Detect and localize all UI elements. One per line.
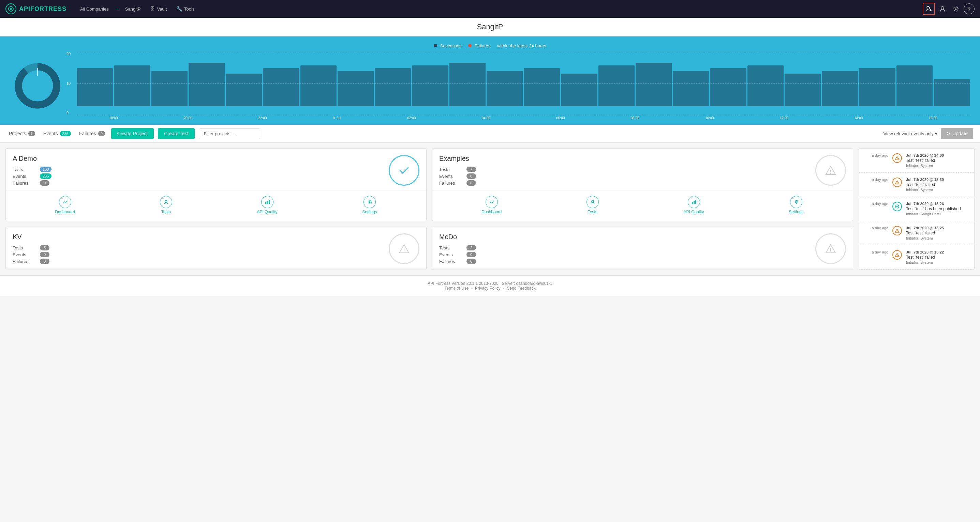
footer-version: API Fortress Version 20.1.1 2013-2020 | … <box>5 281 975 286</box>
toolbar: Projects 7 Events 285 Failures 0 Create … <box>0 125 980 143</box>
nav-all-companies[interactable]: All Companies <box>76 5 113 14</box>
stat-label: Tests <box>439 245 466 251</box>
stat-row: Tests 7 <box>439 167 476 172</box>
stat-row: Failures 0 <box>13 180 51 186</box>
project-card-kv-top: KV Tests 5 Events 0 Failures 0 <box>6 227 426 268</box>
svg-point-5 <box>941 6 944 9</box>
project-examples-stats: Tests 7 Events 0 Failures 0 <box>439 167 476 186</box>
event-info: Jul, 7th 2020 @ 13:25 Test "test" failed… <box>906 226 969 240</box>
stat-value: 0 <box>40 252 49 257</box>
stat-row: Tests 2 <box>439 245 476 251</box>
svg-point-21 <box>795 202 797 203</box>
ademo-dashboard-button[interactable]: Dashboard <box>55 196 75 214</box>
tab-events-label: Events <box>43 131 58 136</box>
footer: API Fortress Version 20.1.1 2013-2020 | … <box>0 275 980 296</box>
y-label-20: 20 <box>67 52 71 56</box>
tab-projects[interactable]: Projects 7 <box>7 130 37 138</box>
bar-22 <box>859 68 895 106</box>
tests-label: Tests <box>161 209 171 214</box>
project-kv-title: KV <box>13 233 49 241</box>
examples-settings-button[interactable]: Settings <box>789 196 803 214</box>
nav-sangit[interactable]: SangitP <box>121 5 145 14</box>
bar-4 <box>189 63 225 106</box>
help-button[interactable]: ? <box>964 3 975 14</box>
user-button[interactable] <box>936 3 949 15</box>
svg-point-2 <box>927 6 929 9</box>
ademo-tests-button[interactable]: Tests <box>160 196 172 214</box>
legend-successes: Successes <box>434 43 462 48</box>
event-desc: Test "test" failed <box>906 231 969 235</box>
event-info: Jul, 7th 2020 @ 13:22 Test "test" failed… <box>906 250 969 264</box>
tab-failures[interactable]: Failures 0 <box>77 130 107 138</box>
donut-svg <box>14 62 61 110</box>
feedback-link[interactable]: Send Feedback <box>507 286 535 290</box>
bar-23 <box>896 65 932 106</box>
stat-row: Failures 0 <box>439 180 476 186</box>
tab-projects-count: 7 <box>28 131 35 136</box>
stat-row: Failures 0 <box>13 259 49 264</box>
examples-dashboard-button[interactable]: Dashboard <box>482 196 501 214</box>
sangit-label: SangitP <box>125 6 141 11</box>
y-label-10: 10 <box>67 81 71 86</box>
stat-label: Failures <box>13 259 40 264</box>
svg-rect-19 <box>694 201 695 204</box>
event-desc: Test "test" failed <box>906 158 969 163</box>
dashboard-icon <box>59 196 71 208</box>
donut-chart <box>10 52 65 120</box>
update-icon: ↻ <box>946 131 950 136</box>
nav-tools[interactable]: 🔧 Tools <box>172 4 199 14</box>
examples-tests-button[interactable]: Tests <box>587 196 599 214</box>
event-desc: Test "test" failed <box>906 182 969 187</box>
stat-label: Failures <box>439 181 466 186</box>
update-button[interactable]: ↻ Update <box>941 128 973 139</box>
event-date: Jul, 7th 2020 @ 13:25 <box>906 226 969 230</box>
dashboard-icon <box>485 196 498 208</box>
bar-7 <box>301 65 337 106</box>
x-label-2: 22:00 <box>226 116 299 120</box>
event-time: a day ago <box>864 178 888 182</box>
event-initiator: Initiator: Sangit Patel <box>906 212 969 216</box>
bar-8 <box>337 71 374 106</box>
event-item-3: a day ago Jul, 7th 2020 @ 13:26 Test "te… <box>859 197 974 221</box>
event-item-5: a day ago Jul, 7th 2020 @ 13:22 Test "te… <box>859 245 974 270</box>
event-initiator: Initiator: System <box>906 163 969 168</box>
event-success-icon <box>892 202 902 211</box>
event-warning-icon <box>892 178 902 187</box>
project-ademo-info: A Demo Tests 100 Events 285 Failures 0 <box>13 155 51 186</box>
chart-container: 20 10 0 <box>10 52 970 120</box>
settings-button[interactable] <box>950 3 962 15</box>
svg-point-34 <box>897 256 897 256</box>
tests-label: Tests <box>588 209 597 214</box>
ademo-settings-button[interactable]: Settings <box>362 196 377 214</box>
create-test-button[interactable]: Create Test <box>158 128 194 139</box>
bar-14 <box>561 74 597 106</box>
tab-events[interactable]: Events 285 <box>41 130 73 138</box>
x-label-9: 12:00 <box>748 116 821 120</box>
examples-apiquality-button[interactable]: API Quality <box>684 196 704 214</box>
event-item-1: a day ago Jul, 7th 2020 @ 14:00 Test "te… <box>859 149 974 173</box>
tools-label: Tools <box>184 6 194 11</box>
add-user-button[interactable] <box>923 3 935 15</box>
stat-row: Events 0 <box>439 252 476 257</box>
stat-label: Events <box>439 174 466 179</box>
navbar-nav: All Companies → SangitP 🗄 Vault 🔧 Tools <box>76 4 919 14</box>
event-info: Jul, 7th 2020 @ 13:30 Test "test" failed… <box>906 178 969 192</box>
bar-16 <box>636 63 672 106</box>
logo[interactable]: APIFORTRESS <box>5 3 67 14</box>
project-card-mcdo-top: McDo Tests 2 Events 0 Failures 0 <box>433 227 853 268</box>
event-date: Jul, 7th 2020 @ 14:00 <box>906 153 969 157</box>
nav-vault[interactable]: 🗄 Vault <box>146 4 171 14</box>
project-mcdo-title: McDo <box>439 233 476 241</box>
view-relevant-button[interactable]: View relevant events only ▾ <box>883 131 937 136</box>
bar-chart: 20 10 0 <box>65 52 970 120</box>
navbar: APIFORTRESS All Companies → SangitP 🗄 Va… <box>0 0 980 18</box>
bar-3 <box>151 71 188 106</box>
create-project-button[interactable]: Create Project <box>111 128 154 139</box>
project-card-examples: Examples Tests 7 Events 0 Failures 0 <box>432 148 853 221</box>
ademo-apiquality-button[interactable]: API Quality <box>257 196 278 214</box>
privacy-link[interactable]: Privacy Policy <box>475 286 501 290</box>
success-dot <box>434 44 437 48</box>
terms-link[interactable]: Terms of Use <box>445 286 469 290</box>
toolbar-right: View relevant events only ▾ ↻ Update <box>883 128 973 139</box>
filter-projects-input[interactable] <box>199 129 260 139</box>
